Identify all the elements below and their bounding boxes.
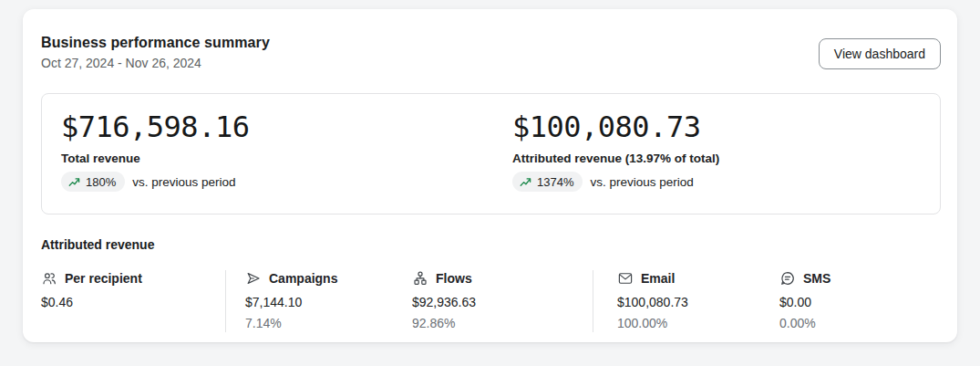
people-icon xyxy=(41,270,57,287)
total-revenue-label: Total revenue xyxy=(61,152,512,165)
trend-up-icon xyxy=(519,175,532,189)
card-header-text: Business performance summary Oct 27, 202… xyxy=(41,35,270,70)
change-percent: 1374% xyxy=(537,175,573,189)
stat-percent: 100.00% xyxy=(617,316,779,330)
attributed-revenue-change: 1374% vs. previous period xyxy=(512,172,719,192)
stat-flows: Flows $92,936.63 92.86% xyxy=(412,270,593,332)
page-title: Business performance summary xyxy=(41,35,270,51)
revenue-summary-box: $716,598.16 Total revenue 180% vs. previ… xyxy=(41,93,941,214)
change-percent: 180% xyxy=(86,175,116,189)
stat-label-row: Per recipient xyxy=(41,270,225,287)
vertical-divider xyxy=(593,270,593,332)
change-suffix: vs. previous period xyxy=(132,175,235,189)
stat-campaigns: Campaigns $7,144.10 7.14% xyxy=(245,270,412,332)
date-range: Oct 27, 2024 - Nov 26, 2024 xyxy=(41,56,270,70)
stat-percent: 0.00% xyxy=(779,316,941,330)
stat-label-row: Campaigns xyxy=(245,270,412,287)
stat-value: $92,936.63 xyxy=(412,295,593,309)
stat-label: Campaigns xyxy=(269,271,337,286)
attributed-revenue-amount: $100,080.73 xyxy=(512,110,719,143)
attributed-revenue-label: Attributed revenue (13.97% of total) xyxy=(512,152,719,165)
attributed-revenue-heading: Attributed revenue xyxy=(41,237,941,252)
card-header: Business performance summary Oct 27, 202… xyxy=(41,35,941,70)
stat-value: $0.00 xyxy=(779,295,941,309)
trend-up-icon xyxy=(67,175,81,189)
stat-label-row: Email xyxy=(617,270,779,287)
send-icon xyxy=(245,270,262,287)
attributed-revenue-stats: Per recipient $0.46 Campaigns $7,144.10 … xyxy=(41,270,941,332)
stat-sms: SMS $0.00 0.00% xyxy=(779,270,941,332)
stat-label-row: SMS xyxy=(779,270,941,287)
stat-value: $0.46 xyxy=(41,295,225,309)
stat-email: Email $100,080.73 100.00% xyxy=(617,270,779,332)
stat-per-recipient: Per recipient $0.46 xyxy=(41,270,225,332)
stat-label: Per recipient xyxy=(65,271,142,286)
stat-percent: 7.14% xyxy=(245,316,412,330)
view-dashboard-button[interactable]: View dashboard xyxy=(819,38,941,69)
stat-value: $7,144.10 xyxy=(245,295,412,309)
total-revenue-metric: $716,598.16 Total revenue 180% vs. previ… xyxy=(61,110,512,199)
chat-icon xyxy=(779,270,796,287)
stat-label: Email xyxy=(641,271,675,286)
stat-label-row: Flows xyxy=(412,270,593,287)
business-performance-card: Business performance summary Oct 27, 202… xyxy=(23,9,957,342)
stat-value: $100,080.73 xyxy=(617,295,779,309)
total-revenue-change: 180% vs. previous period xyxy=(61,172,512,192)
change-suffix: vs. previous period xyxy=(590,175,693,189)
change-badge: 180% xyxy=(61,172,125,192)
envelope-icon xyxy=(617,270,634,287)
flow-icon xyxy=(412,270,428,287)
vertical-divider xyxy=(225,270,226,332)
stat-label: Flows xyxy=(436,271,472,286)
attributed-revenue-metric: $100,080.73 Attributed revenue (13.97% o… xyxy=(512,110,719,199)
change-badge: 1374% xyxy=(512,172,583,192)
total-revenue-amount: $716,598.16 xyxy=(61,110,512,143)
stat-label: SMS xyxy=(803,271,830,286)
stat-percent: 92.86% xyxy=(412,316,593,330)
